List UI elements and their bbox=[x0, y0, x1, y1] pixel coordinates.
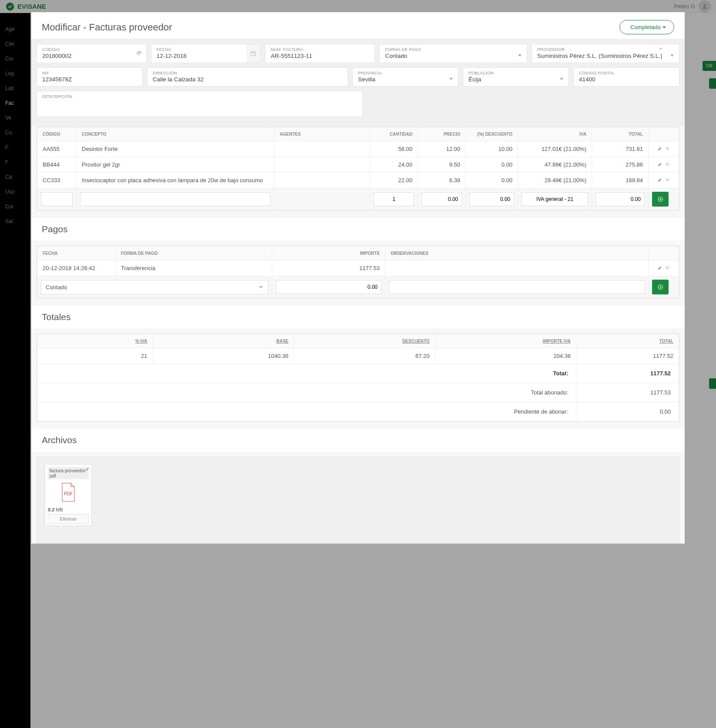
col-fecha: FECHA bbox=[37, 247, 116, 260]
line-total-input[interactable] bbox=[596, 192, 645, 206]
field-label: FORMA DE PAGO bbox=[385, 47, 522, 52]
table-row: BB444Provitor gel 2gr24.009.500.0047.88€… bbox=[37, 157, 679, 173]
cell-fecha: 20-12-2018 14:26:42 bbox=[37, 260, 116, 276]
pdf-icon: PDF bbox=[48, 480, 89, 504]
cell-pct: 21 bbox=[37, 348, 153, 364]
totales-table: % IVA BASE DESCUENTO IMPORTE IVA TOTAL 2… bbox=[37, 334, 679, 422]
cell-precio: 9.50 bbox=[418, 157, 466, 173]
poblacion-select[interactable]: POBLACIÓN Écija bbox=[463, 67, 569, 87]
col-iva: IVA bbox=[518, 127, 592, 141]
abonado-value: 1177.53 bbox=[576, 383, 679, 402]
table-row: CC333Insectocaptor con placa adhesiva co… bbox=[37, 173, 679, 188]
calendar-icon[interactable] bbox=[246, 44, 260, 63]
col-imp: IMPORTE IVA bbox=[435, 334, 576, 348]
num-factura-field[interactable]: NÚM. FACTURA AR-5551123-11 bbox=[265, 44, 375, 63]
add-pago-button[interactable] bbox=[652, 280, 669, 294]
add-line-button[interactable] bbox=[652, 192, 669, 207]
cell-agentes bbox=[274, 157, 370, 173]
field-value: 12-12-2018 bbox=[157, 53, 255, 59]
row-actions[interactable] bbox=[649, 141, 679, 157]
cell-agentes bbox=[274, 173, 370, 188]
proveedor-select[interactable]: * PROVEEDOR Suministros Pérez S.L. (Sumi… bbox=[532, 44, 679, 63]
col-total: TOTAL bbox=[592, 127, 649, 141]
field-value: Calle la Calzada 32 bbox=[153, 76, 342, 83]
line-descuento-input[interactable] bbox=[469, 192, 514, 206]
col-pct: % IVA bbox=[37, 334, 153, 348]
pago-importe-input[interactable] bbox=[276, 280, 381, 294]
provincia-select[interactable]: PROVINCIA Sevilla bbox=[352, 67, 458, 87]
chevron-down-icon bbox=[518, 54, 522, 57]
status-dropdown[interactable]: Completado bbox=[619, 20, 674, 34]
field-label: PROVINCIA bbox=[358, 70, 453, 75]
col-forma: FORMA DE PAGO bbox=[116, 247, 272, 260]
field-label: NIF bbox=[42, 70, 137, 75]
fecha-field[interactable]: FECHA 12-12-2018 bbox=[151, 44, 261, 63]
pendiente-value: 0.00 bbox=[576, 402, 679, 421]
col-agentes: AGENTES bbox=[274, 127, 370, 141]
file-card[interactable]: ✓ factura proveedor.pdf PDF 0.2 MB Elimi… bbox=[45, 464, 92, 526]
file-name: factura proveedor.pdf bbox=[48, 467, 89, 479]
delete-file-button[interactable]: Eliminar bbox=[48, 514, 89, 524]
refresh-icon[interactable] bbox=[136, 44, 142, 63]
line-concepto-input[interactable] bbox=[80, 192, 271, 206]
row-actions[interactable] bbox=[649, 173, 679, 188]
line-iva-input[interactable] bbox=[522, 192, 588, 206]
row-actions[interactable] bbox=[649, 157, 679, 173]
descripcion-field[interactable]: DESCRIPCIÓN bbox=[37, 91, 363, 117]
cell-descuento: 0.00 bbox=[466, 173, 518, 188]
total-value: 1177.52 bbox=[576, 364, 679, 383]
files-dropzone[interactable]: ✓ factura proveedor.pdf PDF 0.2 MB Elimi… bbox=[37, 457, 679, 544]
line-input-row bbox=[37, 188, 679, 210]
col-actions bbox=[649, 127, 679, 141]
pagos-table: FECHA FORMA DE PAGO IMPORTE OBSERVACIONE… bbox=[37, 246, 679, 299]
field-value: AR-5551123-11 bbox=[271, 53, 369, 59]
line-codigo-input[interactable] bbox=[41, 192, 73, 206]
abonado-label: Total abonado: bbox=[37, 383, 576, 402]
pago-obs-input[interactable] bbox=[389, 280, 645, 294]
cell-base: 1040.36 bbox=[153, 348, 294, 364]
field-value: Écija bbox=[468, 76, 563, 83]
line-precio-input[interactable] bbox=[422, 192, 462, 206]
svg-text:PDF: PDF bbox=[64, 491, 73, 496]
cell-concepto: Provitor gel 2gr bbox=[77, 157, 274, 173]
col-actions bbox=[649, 247, 679, 260]
cell-forma: Transferencia bbox=[116, 260, 272, 276]
summary-pendiente-row: Pendiente de abonar: 0.00 bbox=[37, 402, 679, 421]
field-label: DESCRIPCIÓN bbox=[42, 94, 357, 99]
field-label: CÓDIGO POSTAL bbox=[579, 70, 674, 75]
chevron-down-icon bbox=[449, 78, 453, 80]
status-label: Completado bbox=[630, 24, 661, 30]
col-cantidad: CANTIDAD bbox=[370, 127, 418, 141]
codigo-field[interactable]: CÓDIGO 201800002 bbox=[37, 44, 147, 63]
line-cantidad-input[interactable] bbox=[374, 192, 414, 206]
col-obs: OBSERVACIONES bbox=[385, 247, 649, 260]
field-value: Contado bbox=[385, 53, 522, 59]
col-base: BASE bbox=[153, 334, 294, 348]
cp-field[interactable]: CÓDIGO POSTAL 41400 bbox=[573, 67, 679, 87]
row-actions[interactable] bbox=[649, 260, 679, 276]
cell-cantidad: 22.00 bbox=[370, 173, 418, 188]
col-descuento: (%) DESCUENTO bbox=[466, 127, 518, 141]
required-icon: * bbox=[660, 47, 662, 52]
direccion-field[interactable]: DIRECCIÓN Calle la Calzada 32 bbox=[147, 67, 348, 87]
cell-precio: 12.00 bbox=[418, 141, 466, 157]
cell-descuento: 0.00 bbox=[466, 157, 518, 173]
table-row: 20-12-2018 14:26:42Transferencia1177.53 bbox=[37, 260, 679, 276]
modal-title: Modificar - Facturas proveedor bbox=[42, 22, 172, 33]
cell-total: 275.88 bbox=[592, 157, 649, 173]
field-label: DIRECCIÓN bbox=[153, 70, 342, 75]
forma-pago-select[interactable]: FORMA DE PAGO Contado bbox=[379, 44, 527, 63]
cell-cantidad: 56.00 bbox=[370, 141, 418, 157]
cell-concepto: Insectocaptor con placa adhesiva con lám… bbox=[77, 173, 274, 188]
nif-field[interactable]: NIF 12345678Z bbox=[37, 67, 143, 87]
pago-forma-select[interactable]: Contado bbox=[41, 280, 268, 294]
cell-codigo: BB444 bbox=[37, 157, 77, 173]
field-value: 12345678Z bbox=[42, 76, 137, 83]
archivos-section-title: Archivos bbox=[31, 429, 685, 451]
total-label: Total: bbox=[37, 364, 576, 383]
field-value: 41400 bbox=[579, 76, 674, 83]
chevron-down-icon bbox=[259, 286, 263, 288]
check-icon: ✓ bbox=[85, 466, 90, 472]
cell-codigo: CC333 bbox=[37, 173, 77, 188]
col-importe: IMPORTE bbox=[272, 247, 385, 260]
